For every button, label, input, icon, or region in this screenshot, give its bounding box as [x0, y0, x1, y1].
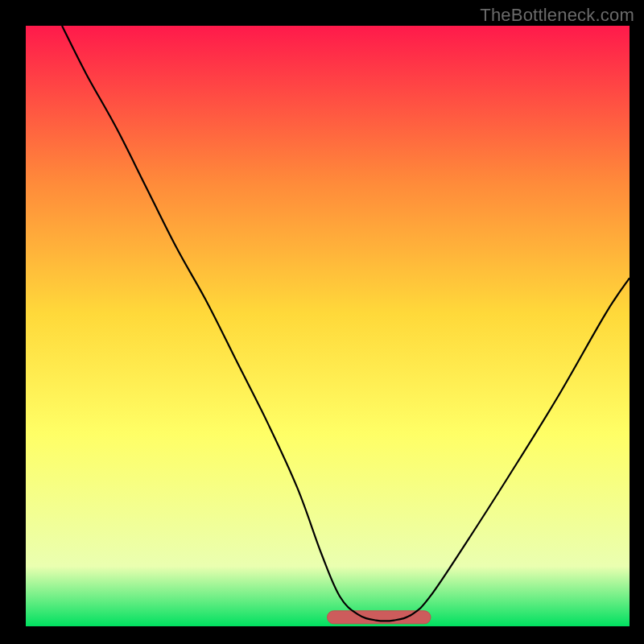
- chart-frame: TheBottleneck.com: [0, 0, 644, 644]
- bottleneck-chart: [0, 0, 644, 644]
- watermark-text: TheBottleneck.com: [480, 5, 634, 26]
- plot-background: [26, 26, 630, 626]
